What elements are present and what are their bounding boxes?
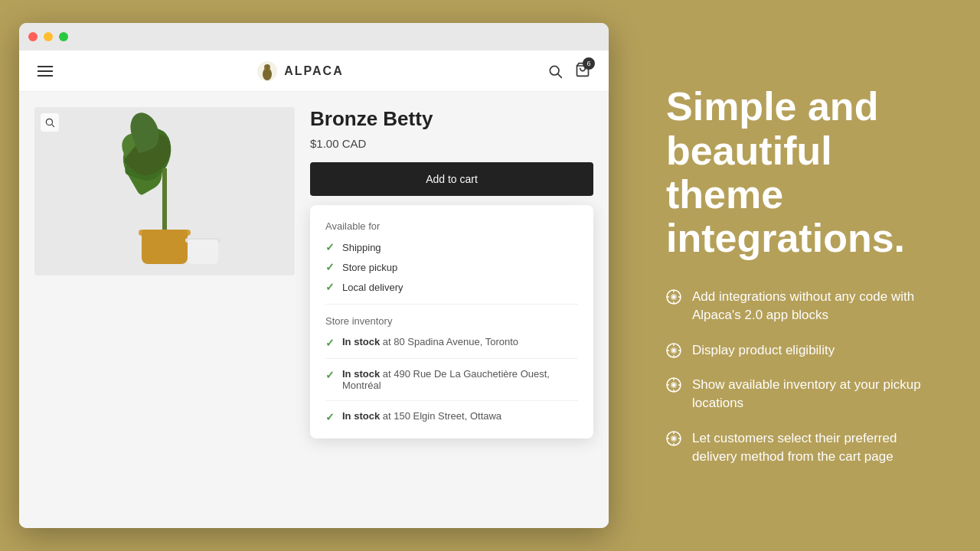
add-to-cart-button[interactable]: Add to cart: [310, 162, 593, 196]
inventory-text-2: In stock at 150 Elgin Street, Ottawa: [342, 410, 501, 422]
feature-item-2: Show available inventory at your pickup …: [666, 376, 942, 412]
feature-bullet-icon-0: [666, 289, 681, 305]
store-inventory-label: Store inventory: [325, 315, 578, 327]
in-stock-label-0: In stock: [342, 336, 380, 347]
local-delivery-item: ✓ Local delivery: [325, 281, 578, 293]
alpaca-logo-icon: [256, 60, 278, 82]
product-title: Bronze Betty: [310, 107, 593, 131]
feature-text-0: Add integrations without any code with A…: [692, 288, 942, 324]
inventory-text-0: In stock at 80 Spadina Avenue, Toronto: [342, 336, 518, 347]
inventory-location-2: at 150 Elgin Street, Ottawa: [380, 410, 501, 422]
feature-item-0: Add integrations without any code with A…: [666, 288, 942, 324]
check-icon: ✓: [325, 411, 335, 423]
check-icon: ✓: [325, 281, 335, 293]
svg-rect-3: [264, 67, 266, 70]
local-delivery-label: Local delivery: [342, 282, 403, 293]
store-main: Bronze Betty $1.00 CAD Add to cart Avail…: [19, 92, 609, 528]
cart-button[interactable]: 6: [575, 62, 590, 80]
minimize-dot[interactable]: [44, 32, 53, 41]
browser-section: ALPACA 6: [0, 0, 628, 551]
feature-bullet-icon-2: [666, 377, 681, 393]
product-price: $1.00 CAD: [310, 137, 593, 150]
feature-text-3: Let customers select their preferred del…: [692, 429, 942, 466]
svg-line-9: [52, 125, 54, 127]
svg-point-26: [672, 383, 675, 386]
svg-rect-4: [269, 67, 270, 70]
inventory-location-0: at 80 Spadina Avenue, Toronto: [380, 336, 518, 347]
divider: [325, 304, 578, 305]
store-pickup-label: Store pickup: [342, 262, 397, 273]
product-image: [34, 107, 295, 276]
marketing-headline: Simple and beautiful theme integrations.: [666, 85, 942, 260]
nav-icons: 6: [547, 62, 590, 80]
in-stock-label-1: In stock: [342, 368, 380, 380]
svg-point-8: [46, 119, 52, 125]
feature-bullet-icon-1: [666, 343, 681, 358]
check-icon: ✓: [325, 337, 335, 349]
search-icon[interactable]: [547, 64, 563, 79]
feature-bullet-icon-3: [666, 431, 681, 446]
browser-titlebar: [19, 23, 609, 51]
hamburger-menu-button[interactable]: [38, 66, 53, 77]
browser-content: ALPACA 6: [19, 51, 609, 528]
svg-point-33: [672, 437, 675, 440]
feature-text-1: Display product eligibility: [692, 341, 835, 360]
inventory-item-1: ✓ In stock at 490 Rue De La Gauchetière …: [325, 368, 578, 401]
browser-window: ALPACA 6: [19, 23, 609, 528]
marketing-section: Simple and beautiful theme integrations.…: [628, 0, 980, 551]
shipping-item: ✓ Shipping: [325, 241, 578, 253]
maximize-dot[interactable]: [59, 32, 68, 41]
check-icon: ✓: [325, 369, 335, 381]
svg-point-19: [672, 349, 675, 352]
svg-point-12: [672, 295, 675, 298]
store-logo: ALPACA: [256, 60, 343, 82]
check-icon: ✓: [325, 241, 335, 253]
svg-line-6: [558, 73, 562, 77]
inventory-text-1: In stock at 490 Rue De La Gauchetière Ou…: [342, 368, 578, 391]
shipping-label: Shipping: [342, 242, 381, 253]
cart-count-badge: 6: [583, 57, 595, 70]
in-stock-label-2: In stock: [342, 410, 380, 422]
product-details: Bronze Betty $1.00 CAD Add to cart Avail…: [310, 107, 593, 513]
available-for-label: Available for: [325, 220, 578, 232]
inventory-item-2: ✓ In stock at 150 Elgin Street, Ottawa: [325, 410, 578, 423]
availability-card: Available for ✓ Shipping ✓ Store pickup …: [310, 205, 593, 439]
feature-list: Add integrations without any code with A…: [666, 288, 942, 466]
store-pickup-item: ✓ Store pickup: [325, 261, 578, 273]
feature-text-2: Show available inventory at your pickup …: [692, 376, 942, 412]
check-icon: ✓: [325, 261, 335, 273]
store-navbar: ALPACA 6: [19, 51, 609, 92]
logo-text: ALPACA: [284, 64, 343, 78]
close-dot[interactable]: [28, 32, 38, 41]
zoom-icon[interactable]: [41, 113, 59, 132]
inventory-item-0: ✓ In stock at 80 Spadina Avenue, Toronto: [325, 336, 578, 359]
feature-item-1: Display product eligibility: [666, 341, 942, 360]
feature-item-3: Let customers select their preferred del…: [666, 429, 942, 466]
plant-illustration: [96, 119, 234, 264]
